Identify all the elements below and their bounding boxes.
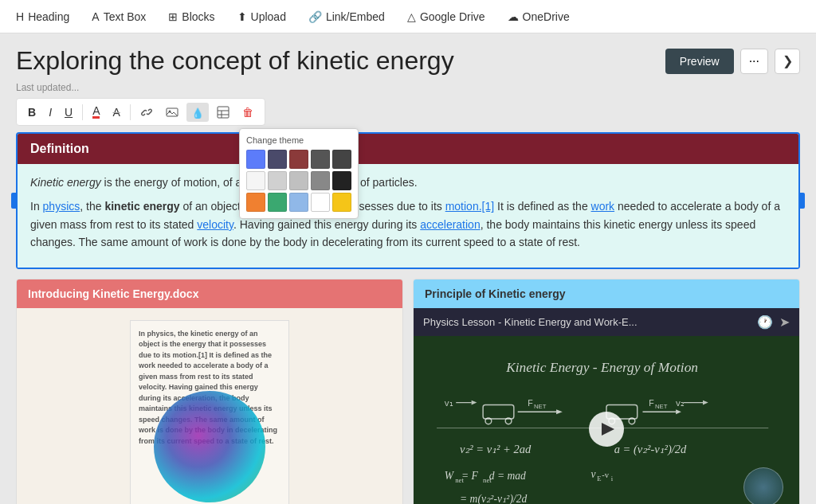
svg-text:Kinetic  Energy - Energy of Mo: Kinetic Energy - Energy of Motion: [505, 358, 698, 374]
svg-marker-10: [472, 400, 477, 404]
color-swatch-8[interactable]: [311, 171, 330, 190]
video-chalkboard: Kinetic Energy - Energy of Motion v₁: [414, 336, 799, 504]
color-swatch-5[interactable]: [246, 171, 265, 190]
nav-forward-button[interactable]: ❯: [775, 49, 800, 74]
clock-icon: 🕐: [757, 315, 773, 330]
definition-block: Definition Kinetic energy is the energy …: [16, 132, 800, 269]
bold-button[interactable]: B: [23, 103, 41, 122]
kinetic-energy-italic: Kinetic energy: [30, 176, 101, 189]
color-swatch-3[interactable]: [311, 150, 330, 169]
heading-label: Heading: [28, 10, 69, 23]
svg-text:v: v: [591, 468, 597, 480]
physics-link[interactable]: physics: [43, 200, 80, 213]
last-updated: Last updated...: [16, 82, 800, 93]
separator-1: [82, 104, 83, 120]
svg-rect-11: [483, 404, 514, 418]
textbox-icon: A: [92, 10, 99, 23]
format-toolbar: B I U A A 💧 🗑: [16, 98, 265, 126]
svg-text:i: i: [611, 475, 614, 483]
page-title-row: Exploring the concept of kinetic energy …: [16, 46, 800, 76]
cosmic-image: [154, 391, 265, 502]
color-swatch-13[interactable]: [311, 193, 330, 212]
color-swatch-4[interactable]: [332, 150, 351, 169]
googledrive-button[interactable]: △ Google Drive: [398, 6, 495, 28]
more-button[interactable]: ···: [740, 49, 768, 74]
video-overlay-circle: [743, 467, 783, 504]
blocks-button[interactable]: ⊞ Blocks: [159, 6, 224, 28]
strikethrough-button[interactable]: A: [108, 103, 124, 122]
svg-text:W: W: [445, 470, 455, 482]
svg-marker-15: [556, 409, 563, 414]
link-button[interactable]: [135, 103, 158, 122]
separator-2: [130, 104, 131, 120]
block-handle-right[interactable]: [798, 193, 805, 209]
textbox-label: Text Box: [104, 10, 147, 23]
color-swatch-14[interactable]: [332, 193, 351, 212]
block-handle-left[interactable]: [11, 193, 18, 209]
linkembed-button[interactable]: 🔗 Link/Embed: [299, 6, 394, 28]
video-icons: 🕐 ➤: [757, 315, 790, 330]
play-button[interactable]: [589, 412, 624, 447]
svg-text:d = mad: d = mad: [489, 470, 526, 482]
svg-text:NET: NET: [655, 403, 668, 410]
work-link[interactable]: work: [591, 200, 615, 213]
nav-forward-icon: ❯: [783, 53, 793, 68]
doc-card: Introducing Kinetic Energy.docx In physi…: [16, 279, 403, 504]
highlight-button[interactable]: 💧: [186, 103, 209, 122]
heading-icon: H: [16, 10, 24, 23]
linkembed-label: Link/Embed: [326, 10, 385, 23]
title-actions: Preview ··· ❯: [665, 49, 800, 74]
delete-button[interactable]: 🗑: [237, 103, 258, 122]
preview-button[interactable]: Preview: [665, 49, 734, 74]
svg-text:F: F: [528, 398, 533, 408]
video-content[interactable]: Kinetic Energy - Energy of Motion v₁: [414, 336, 799, 504]
color-swatch-11[interactable]: [268, 193, 287, 212]
definition-header: Definition: [18, 134, 798, 164]
italic-button[interactable]: I: [44, 103, 57, 122]
acceleration-link[interactable]: acceleration: [420, 218, 481, 231]
video-preview: Physics Lesson - Kinetic Energy and Work…: [414, 308, 799, 504]
svg-rect-3: [218, 107, 229, 118]
svg-text:NET: NET: [534, 403, 547, 410]
svg-text:F: F: [649, 398, 654, 408]
svg-text:v₂: v₂: [676, 397, 685, 408]
textbox-button[interactable]: A Text Box: [82, 6, 155, 28]
onedrive-icon: ☁: [508, 10, 519, 23]
video-title: Physics Lesson - Kinetic Energy and Work…: [423, 316, 757, 328]
motion-link[interactable]: motion.[1]: [445, 200, 494, 213]
color-picker-popup: Change theme: [239, 128, 359, 219]
doc-preview-inner: In physics, the kinetic energy of an obj…: [130, 320, 289, 504]
blocks-icon: ⊞: [168, 10, 178, 23]
page-area: Exploring the concept of kinetic energy …: [0, 33, 816, 504]
definition-content: Kinetic energy is the energy of motion, …: [18, 164, 798, 268]
googledrive-icon: △: [407, 10, 416, 23]
font-color-button[interactable]: A: [88, 102, 104, 122]
color-swatch-0[interactable]: [246, 150, 265, 169]
doc-card-header: Introducing Kinetic Energy.docx: [17, 279, 402, 308]
heading-button[interactable]: H Heading: [6, 6, 79, 28]
svg-marker-20: [703, 400, 708, 404]
color-swatch-6[interactable]: [268, 171, 287, 190]
color-swatch-2[interactable]: [289, 150, 308, 169]
share-icon: ➤: [779, 315, 790, 330]
color-swatch-9[interactable]: [332, 171, 351, 190]
color-swatch-10[interactable]: [246, 193, 265, 212]
color-swatch-12[interactable]: [289, 193, 308, 212]
onedrive-button[interactable]: ☁ OneDrive: [498, 6, 579, 28]
image-button[interactable]: [161, 103, 183, 122]
video-card: Principle of Kinetic energy Physics Less…: [413, 279, 800, 504]
video-card-header: Principle of Kinetic energy: [414, 279, 799, 308]
table-insert-button[interactable]: [212, 103, 234, 122]
upload-button[interactable]: ⬆ Upload: [228, 6, 296, 28]
definition-paragraph2: In physics, the kinetic energy of an obj…: [30, 197, 786, 251]
top-toolbar: H Heading A Text Box ⊞ Blocks ⬆ Upload 🔗…: [0, 0, 816, 33]
svg-text:= F: = F: [461, 470, 479, 482]
color-swatch-7[interactable]: [289, 171, 308, 190]
underline-button[interactable]: U: [60, 103, 77, 122]
svg-text:v₂² = v₁² + 2ad: v₂² = v₁² + 2ad: [460, 442, 532, 455]
svg-text:E: E: [597, 475, 601, 483]
velocity-link[interactable]: velocity: [197, 218, 233, 231]
two-col-section: Introducing Kinetic Energy.docx In physi…: [16, 279, 800, 504]
page-title: Exploring the concept of kinetic energy: [16, 46, 665, 76]
color-swatch-1[interactable]: [268, 150, 287, 169]
